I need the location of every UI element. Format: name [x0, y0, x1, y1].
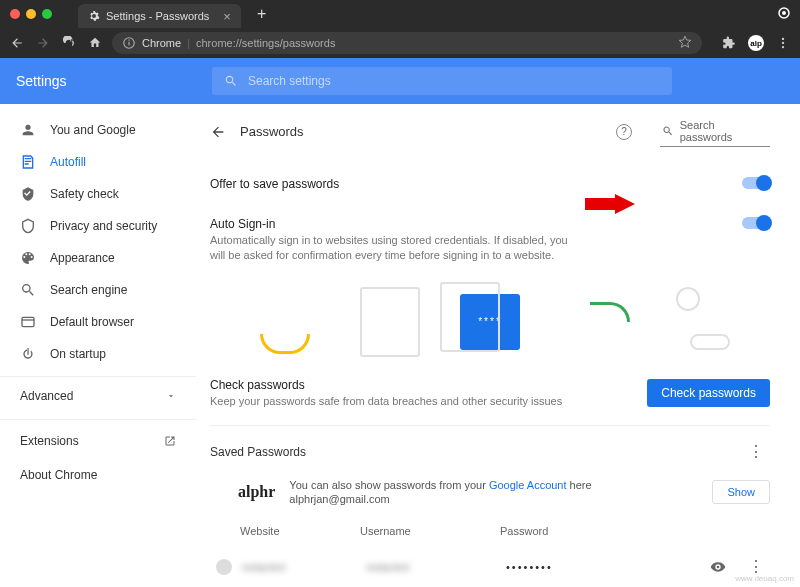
- window-minimize-button[interactable]: [26, 9, 36, 19]
- watermark: www.deuaq.com: [735, 574, 794, 583]
- check-passwords-button[interactable]: Check passwords: [647, 379, 770, 407]
- svg-rect-3: [128, 42, 129, 46]
- window-titlebar: Settings - Passwords × +: [0, 0, 800, 28]
- palette-icon: [20, 250, 36, 266]
- external-link-icon: [164, 435, 176, 447]
- person-icon: [20, 122, 36, 138]
- chevron-down-icon: [166, 391, 176, 401]
- new-tab-button[interactable]: +: [257, 5, 266, 23]
- search-passwords-input[interactable]: Search passwords: [660, 116, 770, 147]
- search-icon: [224, 74, 238, 88]
- password-row[interactable]: redacted redacted •••••••• ⋮: [210, 547, 770, 586]
- saved-passwords-menu[interactable]: ⋮: [742, 442, 770, 461]
- svg-point-7: [782, 46, 784, 48]
- gear-icon: [88, 10, 100, 22]
- settings-content: Passwords ? Search passwords Offer to sa…: [196, 104, 800, 587]
- account-logo: alphr: [238, 483, 275, 501]
- auto-signin-desc: Automatically sign in to websites using …: [210, 233, 570, 264]
- autofill-icon: [20, 154, 36, 170]
- offer-save-passwords-row: Offer to save passwords: [210, 169, 770, 199]
- sidebar-item-autofill[interactable]: Autofill: [0, 146, 196, 178]
- sidebar-advanced[interactable]: Advanced: [0, 376, 196, 415]
- auto-signin-title: Auto Sign-in: [210, 217, 742, 231]
- sidebar-item-search-engine[interactable]: Search engine: [0, 274, 196, 306]
- annotation-arrow: [585, 194, 635, 214]
- eye-icon[interactable]: [710, 559, 726, 575]
- forward-icon[interactable]: [36, 36, 50, 50]
- profile-avatar[interactable]: alp: [748, 35, 764, 51]
- search-settings-input[interactable]: Search settings: [212, 67, 672, 95]
- sidebar-item-safety-check[interactable]: Safety check: [0, 178, 196, 210]
- auto-signin-toggle[interactable]: [742, 217, 770, 229]
- help-icon[interactable]: ?: [616, 124, 632, 140]
- check-passwords-row: Check passwords Keep your passwords safe…: [210, 372, 770, 426]
- back-icon[interactable]: [10, 36, 24, 50]
- check-passwords-title: Check passwords: [210, 378, 647, 392]
- back-arrow-icon[interactable]: [210, 124, 226, 140]
- passwords-table-header: Website Username Password: [210, 515, 770, 547]
- star-icon[interactable]: [678, 35, 692, 51]
- check-passwords-desc: Keep your passwords safe from data breac…: [210, 394, 570, 409]
- url-scheme: Chrome: [142, 37, 181, 49]
- passwords-illustration: ****: [210, 282, 770, 362]
- sidebar-item-default-browser[interactable]: Default browser: [0, 306, 196, 338]
- power-icon: [20, 346, 36, 362]
- browser-icon: [20, 314, 36, 330]
- svg-rect-8: [22, 317, 34, 326]
- omnibox[interactable]: Chrome | chrome://settings/passwords: [112, 32, 702, 54]
- address-bar: Chrome | chrome://settings/passwords alp: [0, 28, 800, 58]
- window-maximize-button[interactable]: [42, 9, 52, 19]
- sidebar-extensions[interactable]: Extensions: [0, 424, 196, 458]
- shield-check-icon: [20, 186, 36, 202]
- sidebar-item-on-startup[interactable]: On startup: [0, 338, 196, 370]
- home-icon[interactable]: [88, 36, 102, 50]
- settings-header: Settings Search settings: [0, 58, 800, 104]
- extensions-icon[interactable]: [722, 36, 736, 50]
- sidebar-about[interactable]: About Chrome: [0, 458, 196, 492]
- svg-marker-10: [585, 194, 635, 214]
- show-button[interactable]: Show: [712, 480, 770, 504]
- svg-point-6: [782, 42, 784, 44]
- tab-title: Settings - Passwords: [106, 10, 209, 22]
- site-info-icon[interactable]: [122, 36, 136, 50]
- menu-icon[interactable]: [776, 36, 790, 50]
- shield-icon: [20, 218, 36, 234]
- svg-rect-4: [128, 40, 129, 41]
- account-email: alphrjan@gmail.com: [289, 493, 698, 505]
- site-favicon: [216, 559, 232, 575]
- record-icon: [778, 5, 790, 23]
- google-account-row: alphr You can also show passwords from y…: [210, 469, 770, 515]
- offer-save-title: Offer to save passwords: [210, 177, 742, 191]
- settings-title: Settings: [16, 73, 212, 89]
- sidebar-item-privacy[interactable]: Privacy and security: [0, 210, 196, 242]
- offer-save-toggle[interactable]: [742, 177, 770, 189]
- close-icon[interactable]: ×: [223, 9, 231, 24]
- reload-icon[interactable]: [62, 36, 76, 50]
- search-icon: [662, 125, 674, 137]
- sidebar-item-you-and-google[interactable]: You and Google: [0, 114, 196, 146]
- url-path: chrome://settings/passwords: [196, 37, 335, 49]
- auto-signin-row: Auto Sign-in Automatically sign in to we…: [210, 209, 770, 272]
- browser-tab[interactable]: Settings - Passwords ×: [78, 4, 241, 28]
- page-title: Passwords: [240, 124, 602, 139]
- window-close-button[interactable]: [10, 9, 20, 19]
- google-account-link[interactable]: Google Account: [489, 479, 567, 491]
- svg-point-1: [782, 11, 786, 15]
- search-icon: [20, 282, 36, 298]
- saved-passwords-header: Saved Passwords ⋮: [210, 426, 770, 469]
- sidebar-item-appearance[interactable]: Appearance: [0, 242, 196, 274]
- settings-sidebar: You and Google Autofill Safety check Pri…: [0, 104, 196, 587]
- svg-point-5: [782, 38, 784, 40]
